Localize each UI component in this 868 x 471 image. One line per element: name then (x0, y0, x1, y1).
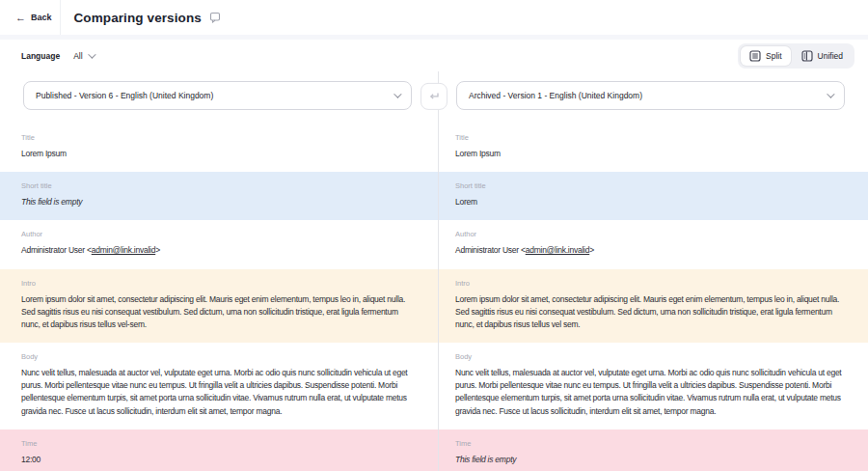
field-label: Intro (455, 279, 845, 288)
field-row-title: Title Lorem Ipsum Title Lorem Ipsum (0, 124, 868, 172)
swap-versions-icon (428, 89, 440, 103)
field-value: Nunc velit tellus, malesuada at auctor v… (21, 367, 411, 418)
field-label: Time (21, 439, 411, 448)
field-label: Short title (21, 181, 411, 190)
field-value: Lorem Ipsum (21, 148, 411, 160)
language-label: Language (21, 51, 60, 61)
split-view-icon (749, 50, 761, 62)
field-label: Author (21, 230, 411, 238)
field-label: Author (455, 230, 845, 238)
back-button[interactable]: ← Back (14, 0, 60, 35)
unified-view-icon (801, 50, 813, 62)
header-divider (60, 0, 61, 35)
unified-view-button[interactable]: Unified (793, 46, 852, 66)
language-value: All (73, 51, 82, 61)
field-cell-left: Short title This field is empty (0, 172, 434, 220)
header: ← Back Comparing versions (0, 0, 868, 35)
field-cell-left: Author Administrator User <admin@link.in… (0, 220, 434, 268)
field-cell-right: Title Lorem Ipsum (434, 124, 868, 172)
view-toggle-group: Split Unified (738, 43, 854, 69)
author-email-link[interactable]: admin@link.invalid (526, 245, 590, 255)
compare-area: Published - Version 6 - English (United … (0, 71, 868, 471)
field-value: Administrator User <admin@link.invalid> (21, 244, 411, 257)
field-row-body: Body Nunc velit tellus, malesuada at auc… (0, 343, 868, 429)
author-name: Administrator User < (455, 245, 526, 255)
back-arrow-icon: ← (15, 13, 26, 23)
chevron-down-icon (88, 50, 95, 58)
language-dropdown[interactable]: All (73, 51, 93, 61)
version-selectors-row: Published - Version 6 - English (United … (0, 71, 868, 124)
field-cell-left: Body Nunc velit tellus, malesuada at auc… (0, 343, 434, 429)
field-label: Body (21, 352, 411, 361)
author-suffix: > (589, 245, 594, 255)
field-row-time: Time 12:00 Time This field is empty (0, 429, 868, 471)
field-label: Short title (455, 181, 845, 190)
page-title: Comparing versions (74, 11, 202, 25)
field-value: Administrator User <admin@link.invalid> (455, 244, 845, 257)
field-label: Title (21, 133, 411, 142)
chevron-down-icon (827, 90, 834, 97)
field-cell-right: Body Nunc velit tellus, malesuada at auc… (434, 343, 868, 429)
field-row-short-title: Short title This field is empty Short ti… (0, 172, 868, 220)
back-label: Back (31, 13, 52, 22)
field-cell-left: Title Lorem Ipsum (0, 124, 434, 172)
comment-icon (209, 12, 221, 23)
field-value: Nunc velit tellus, malesuada at auctor v… (455, 367, 845, 418)
unified-view-label: Unified (818, 51, 843, 61)
toolbar: Language All Split Unifie (0, 40, 868, 71)
field-label: Body (455, 352, 845, 361)
field-row-intro: Intro Lorem ipsum dolor sit amet, consec… (0, 269, 868, 344)
field-cell-right: Short title Lorem (434, 172, 868, 220)
field-value: Lorem ipsum dolor sit amet, consectetur … (21, 293, 411, 332)
swap-versions-button[interactable] (420, 83, 448, 110)
left-version-value: Published - Version 6 - English (United … (36, 91, 213, 100)
column-divider (438, 71, 439, 471)
chevron-down-icon (393, 90, 401, 97)
split-view-button[interactable]: Split (741, 46, 791, 66)
author-email-link[interactable]: admin@link.invalid (92, 245, 156, 255)
field-value: Lorem (455, 196, 845, 208)
field-value: Lorem ipsum dolor sit amet, consectetur … (455, 293, 845, 332)
field-cell-left: Intro Lorem ipsum dolor sit amet, consec… (0, 269, 434, 344)
field-cell-left: Time 12:00 (0, 429, 434, 471)
left-version-dropdown[interactable]: Published - Version 6 - English (United … (23, 81, 412, 110)
split-view-label: Split (766, 51, 782, 61)
language-filter: Language All (21, 51, 94, 61)
right-version-dropdown[interactable]: Archived - Version 1 - English (United K… (456, 81, 845, 110)
field-label: Time (455, 439, 845, 448)
field-row-author: Author Administrator User <admin@link.in… (0, 220, 868, 268)
field-cell-right: Time This field is empty (434, 429, 868, 471)
field-cell-right: Author Administrator User <admin@link.in… (434, 220, 868, 268)
field-value-empty: This field is empty (455, 454, 845, 466)
right-version-value: Archived - Version 1 - English (United K… (469, 91, 642, 100)
field-value: 12:00 (21, 454, 411, 466)
field-label: Title (455, 133, 845, 142)
field-value: Lorem Ipsum (455, 148, 845, 160)
author-name: Administrator User < (21, 245, 92, 255)
field-label: Intro (21, 279, 411, 288)
field-cell-right: Intro Lorem ipsum dolor sit amet, consec… (434, 269, 868, 344)
field-value-empty: This field is empty (21, 196, 411, 208)
author-suffix: > (155, 245, 160, 255)
